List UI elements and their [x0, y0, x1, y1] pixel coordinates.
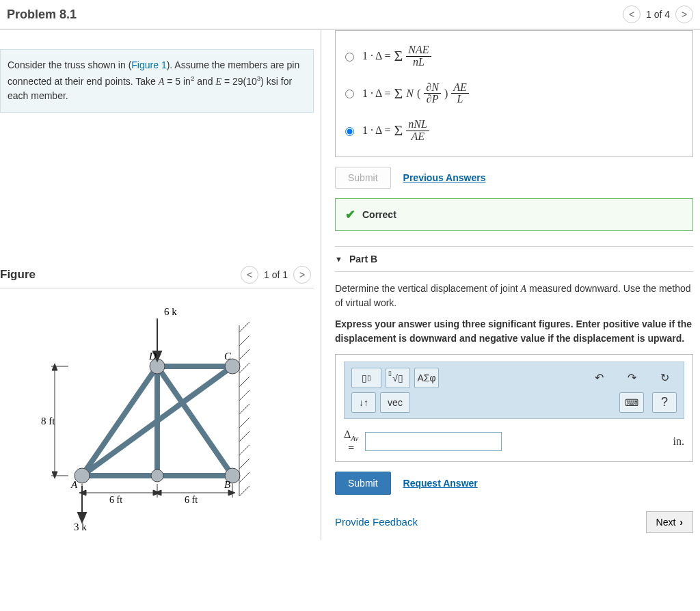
- correct-feedback: ✔ Correct: [335, 198, 693, 231]
- problem-statement: Consider the truss shown in (Figure 1). …: [0, 49, 314, 113]
- svg-text:6 ft: 6 ft: [109, 495, 122, 505]
- svg-marker-42: [228, 490, 235, 495]
- figure-prev-button[interactable]: <: [241, 266, 258, 284]
- svg-line-3: [239, 349, 250, 359]
- answer-unit: in.: [673, 435, 684, 448]
- pager-position: 1 of 4: [646, 9, 670, 20]
- vec-button[interactable]: vec: [380, 392, 410, 413]
- part-b-actions: Submit Request Answer: [335, 472, 693, 495]
- page-header: Problem 8.1 < 1 of 4 >: [0, 0, 700, 30]
- svg-point-21: [151, 470, 163, 482]
- svg-line-8: [239, 418, 250, 428]
- svg-marker-33: [52, 472, 57, 478]
- svg-line-12: [239, 472, 250, 483]
- problem-title: Problem 8.1: [7, 8, 77, 22]
- figure-pager: < 1 of 1 >: [241, 266, 311, 284]
- svg-text:3 k: 3 k: [74, 521, 87, 530]
- sqrt-button[interactable]: ▯√▯: [386, 368, 410, 388]
- svg-line-16: [157, 366, 232, 476]
- templates-button[interactable]: ▯▯: [351, 368, 381, 388]
- footer-row: Provide Feedback Next›: [335, 511, 693, 533]
- svg-line-6: [239, 390, 250, 400]
- svg-text:8 ft: 8 ft: [41, 416, 55, 426]
- svg-line-5: [239, 377, 250, 387]
- check-icon: ✔: [345, 207, 355, 222]
- svg-text:B: B: [224, 479, 230, 490]
- greek-button[interactable]: ΑΣφ: [414, 368, 439, 388]
- choice-1[interactable]: 1 · Δ = Σ NAEnL: [345, 38, 683, 75]
- caret-down-icon: ▼: [335, 255, 342, 263]
- choice-1-radio[interactable]: [345, 53, 354, 62]
- next-problem-button[interactable]: >: [675, 5, 693, 23]
- correct-label: Correct: [362, 209, 396, 220]
- svg-text:C: C: [224, 351, 232, 362]
- provide-feedback-link[interactable]: Provide Feedback: [335, 516, 418, 528]
- problem-pager: < 1 of 4 >: [623, 5, 693, 23]
- part-b-submit-button[interactable]: Submit: [335, 472, 391, 495]
- svg-line-10: [239, 445, 250, 455]
- svg-line-1: [239, 322, 250, 332]
- prev-problem-button[interactable]: <: [623, 5, 641, 23]
- undo-button[interactable]: ↶: [587, 368, 611, 388]
- equation-toolbar: ▯▯ ▯√▯ ΑΣφ ↶ ↷ ↻ ↓↑ vec: [344, 362, 684, 419]
- svg-line-9: [239, 431, 250, 442]
- svg-line-11: [239, 459, 250, 469]
- choice-2-radio[interactable]: [345, 90, 354, 98]
- svg-marker-29: [78, 513, 86, 522]
- part-b-prompt: Determine the vertical displacement of j…: [335, 282, 693, 346]
- part-b-title: Part B: [349, 254, 377, 264]
- svg-line-2: [239, 336, 250, 346]
- figure-next-button[interactable]: >: [293, 266, 311, 284]
- left-column: Consider the truss shown in (Figure 1). …: [0, 30, 321, 540]
- svg-marker-32: [52, 364, 57, 370]
- answer-variable-label: ΔAv =: [344, 429, 358, 454]
- figure-header: Figure < 1 of 1 >: [0, 263, 314, 288]
- svg-text:A: A: [70, 479, 78, 490]
- svg-text:6 ft: 6 ft: [185, 495, 198, 505]
- svg-text:6 k: 6 k: [164, 306, 177, 317]
- svg-text:D: D: [148, 351, 157, 362]
- keyboard-button[interactable]: ⌨: [619, 392, 644, 413]
- choice-2[interactable]: 1 · Δ = Σ N(∂N∂P) AEL: [345, 75, 683, 113]
- part-a-actions: Submit Previous Answers: [335, 167, 693, 189]
- choice-3[interactable]: 1 · Δ = Σ nNLAE: [345, 112, 683, 150]
- svg-line-7: [239, 404, 250, 414]
- part-b-header[interactable]: ▼ Part B: [335, 246, 693, 272]
- choice-3-radio[interactable]: [345, 127, 354, 136]
- figure-title: Figure: [0, 268, 36, 282]
- request-answer-link[interactable]: Request Answer: [403, 478, 478, 489]
- part-a-choices: 1 · Δ = Σ NAEnL 1 · Δ = Σ N(∂N∂P) AEL 1 …: [335, 30, 693, 157]
- answer-area: ▯▯ ▯√▯ ΑΣφ ↶ ↷ ↻ ↓↑ vec: [335, 354, 693, 462]
- reset-button[interactable]: ↻: [652, 368, 677, 388]
- svg-line-15: [82, 366, 157, 476]
- figure-link[interactable]: Figure 1: [131, 59, 166, 70]
- svg-line-4: [239, 363, 250, 373]
- answer-input-row: ΔAv = in.: [344, 429, 684, 454]
- redo-button[interactable]: ↷: [619, 368, 644, 388]
- help-button[interactable]: ?: [652, 392, 677, 413]
- part-a-submit-button: Submit: [335, 167, 391, 189]
- figure-pager-position: 1 of 1: [264, 269, 288, 280]
- next-button[interactable]: Next›: [646, 511, 693, 533]
- updown-button[interactable]: ↓↑: [351, 392, 376, 413]
- truss-figure: 6 k 3 k 8 ft: [0, 288, 314, 532]
- right-column: 1 · Δ = Σ NAEnL 1 · Δ = Σ N(∂N∂P) AEL 1 …: [321, 30, 700, 540]
- answer-input[interactable]: [365, 432, 502, 451]
- previous-answers-link[interactable]: Previous Answers: [403, 172, 486, 183]
- svg-line-13: [239, 486, 250, 496]
